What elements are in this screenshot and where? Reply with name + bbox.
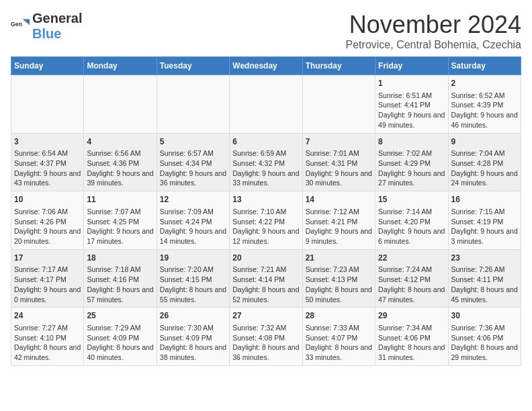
cell-text: Sunset: 4:28 PM [451,158,518,169]
cell-week5-day5: 29Sunrise: 7:34 AMSunset: 4:06 PMDayligh… [375,308,448,366]
svg-marker-1 [23,19,30,26]
cell-text: Sunrise: 6:57 AM [160,148,226,158]
cell-text: Sunset: 4:19 PM [451,217,518,227]
cell-text: Daylight: 9 hours and 46 minutes. [451,110,518,130]
day-number: 12 [160,194,226,205]
day-number: 14 [306,194,372,205]
cell-text: Sunset: 4:09 PM [87,333,153,343]
cell-text: Daylight: 9 hours and 6 minutes. [378,226,445,246]
week-row-5: 24Sunrise: 7:27 AMSunset: 4:10 PMDayligh… [11,308,521,366]
cell-text: Daylight: 9 hours and 24 minutes. [451,169,518,188]
cell-text: Daylight: 9 hours and 30 minutes. [306,169,372,188]
col-header-friday: Friday [375,57,448,75]
cell-week4-day2: 19Sunrise: 7:20 AMSunset: 4:15 PMDayligh… [157,249,229,308]
cell-text: Sunrise: 7:33 AM [306,323,372,333]
title-area: November 2024 Petrovice, Central Bohemia… [346,11,521,51]
cell-text: Sunrise: 7:09 AM [160,207,226,217]
cell-text: Daylight: 8 hours and 47 minutes. [378,285,445,304]
cell-week5-day3: 27Sunrise: 7:32 AMSunset: 4:08 PMDayligh… [230,308,302,366]
col-header-saturday: Saturday [448,57,521,75]
cell-text: Sunrise: 6:52 AM [451,91,518,101]
week-row-3: 10Sunrise: 7:06 AMSunset: 4:26 PMDayligh… [11,191,521,250]
day-number: 19 [160,253,226,264]
cell-text: Sunrise: 7:23 AM [306,265,372,275]
cell-text: Sunrise: 7:17 AM [14,265,81,275]
day-number: 22 [378,253,445,264]
day-number: 16 [451,194,518,205]
cell-text: Daylight: 8 hours and 33 minutes. [306,342,372,362]
cell-text: Sunset: 4:20 PM [378,217,445,227]
cell-text: Daylight: 9 hours and 20 minutes. [14,226,81,246]
logo-icon: Gen [11,17,30,36]
logo-general: General [32,11,82,26]
cell-text: Sunset: 4:39 PM [451,100,518,110]
day-number: 24 [14,310,81,322]
cell-text: Daylight: 8 hours and 50 minutes. [306,285,372,304]
cell-text: Sunrise: 7:20 AM [160,265,226,275]
day-number: 17 [14,253,81,264]
cell-text: Daylight: 9 hours and 27 minutes. [378,169,445,188]
cell-text: Sunset: 4:15 PM [160,275,226,285]
day-number: 21 [306,253,372,264]
cell-text: Sunset: 4:36 PM [87,158,153,169]
cell-week5-day6: 30Sunrise: 7:36 AMSunset: 4:06 PMDayligh… [448,308,521,366]
day-number: 29 [378,310,445,322]
day-number: 2 [451,78,518,89]
cell-text: Sunrise: 7:06 AM [14,207,81,217]
cell-text: Sunrise: 7:34 AM [378,323,445,333]
days-of-week-row: SundayMondayTuesdayWednesdayThursdayFrid… [11,57,521,75]
week-row-2: 3Sunrise: 6:54 AMSunset: 4:37 PMDaylight… [11,133,521,191]
cell-text: Daylight: 9 hours and 33 minutes. [232,169,299,188]
col-header-monday: Monday [84,57,157,75]
cell-text: Daylight: 8 hours and 29 minutes. [451,342,518,362]
day-number: 9 [451,136,518,148]
cell-text: Sunrise: 7:30 AM [160,323,226,333]
day-number: 8 [378,136,445,148]
cell-text: Sunset: 4:10 PM [14,333,81,343]
cell-text: Sunset: 4:25 PM [87,217,153,227]
cell-text: Sunrise: 7:27 AM [14,323,81,333]
cell-text: Daylight: 8 hours and 40 minutes. [87,342,153,362]
cell-week4-day3: 20Sunrise: 7:21 AMSunset: 4:14 PMDayligh… [230,249,302,308]
logo-blue: Blue [32,26,61,41]
cell-text: Daylight: 8 hours and 57 minutes. [87,285,153,304]
cell-week3-day6: 16Sunrise: 7:15 AMSunset: 4:19 PMDayligh… [448,191,521,250]
calendar-table: SundayMondayTuesdayWednesdayThursdayFrid… [11,56,521,366]
cell-text: Sunrise: 7:29 AM [87,323,153,333]
cell-week5-day2: 26Sunrise: 7:30 AMSunset: 4:09 PMDayligh… [157,308,229,366]
cell-week1-day1 [84,75,157,134]
cell-week1-day3 [230,75,302,134]
cell-text: Sunrise: 6:59 AM [232,148,299,158]
cell-week4-day6: 23Sunrise: 7:26 AMSunset: 4:11 PMDayligh… [448,249,521,308]
cell-week3-day5: 15Sunrise: 7:14 AMSunset: 4:20 PMDayligh… [375,191,448,250]
col-header-thursday: Thursday [302,57,375,75]
cell-text: Sunset: 4:29 PM [378,158,445,169]
header: Gen General Blue November 2024 Petrovice… [11,11,521,51]
cell-text: Sunset: 4:34 PM [160,158,226,169]
cell-text: Sunset: 4:22 PM [232,217,299,227]
week-row-1: 1Sunrise: 6:51 AMSunset: 4:41 PMDaylight… [11,75,521,134]
day-number: 27 [232,310,299,322]
cell-text: Sunrise: 7:26 AM [451,265,518,275]
cell-text: Daylight: 9 hours and 17 minutes. [87,226,153,246]
cell-text: Daylight: 8 hours and 31 minutes. [378,342,445,362]
cell-text: Sunrise: 6:51 AM [378,91,445,101]
cell-text: Daylight: 9 hours and 36 minutes. [160,169,226,188]
day-number: 6 [232,136,299,148]
cell-text: Sunset: 4:31 PM [306,158,372,169]
cell-week2-day2: 5Sunrise: 6:57 AMSunset: 4:34 PMDaylight… [157,133,229,191]
cell-text: Daylight: 8 hours and 52 minutes. [232,285,299,304]
day-number: 1 [378,78,445,89]
cell-text: Sunset: 4:07 PM [306,333,372,343]
cell-week2-day4: 7Sunrise: 7:01 AMSunset: 4:31 PMDaylight… [302,133,375,191]
cell-text: Sunrise: 6:56 AM [87,148,153,158]
cell-text: Sunrise: 7:07 AM [87,207,153,217]
day-number: 5 [160,136,226,148]
cell-week3-day2: 12Sunrise: 7:09 AMSunset: 4:24 PMDayligh… [157,191,229,250]
cell-text: Sunset: 4:41 PM [378,100,445,110]
cell-text: Sunrise: 7:10 AM [232,207,299,217]
col-header-tuesday: Tuesday [157,57,229,75]
cell-text: Sunset: 4:37 PM [14,158,81,169]
cell-text: Daylight: 8 hours and 38 minutes. [160,342,226,362]
cell-text: Daylight: 9 hours and 0 minutes. [14,285,81,304]
